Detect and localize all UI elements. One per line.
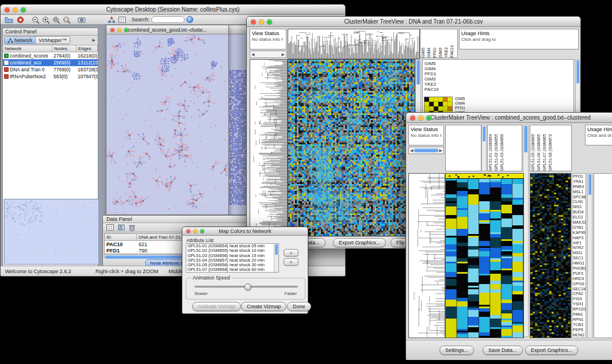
id-column-header[interactable]: ID: [105, 234, 137, 241]
table-view-button[interactable]: [117, 16, 127, 24]
vscroll-thumb[interactable]: [524, 126, 527, 152]
gene-label[interactable]: NIS1: [573, 205, 585, 209]
close-icon[interactable]: [186, 229, 190, 233]
gene-label[interactable]: KAP95: [573, 231, 585, 235]
maximize-icon[interactable]: [200, 229, 204, 233]
nav-scroll-thumb[interactable]: [414, 148, 438, 152]
row-dendrogram[interactable]: [408, 173, 445, 338]
network-view-button[interactable]: [106, 16, 117, 24]
export-graphics-button[interactable]: Export Graphics...: [333, 238, 386, 247]
gene-label[interactable]: SEC1: [573, 256, 585, 260]
column-header-edges[interactable]: Edges: [76, 45, 98, 52]
close-icon[interactable]: [410, 115, 415, 120]
gene-label[interactable]: TCB3: [573, 323, 585, 327]
gene-label[interactable]: YSH1: [573, 302, 585, 306]
gene-label[interactable]: HMG1: [573, 261, 585, 265]
network-view-canvas[interactable]: [106, 35, 228, 214]
gene-label[interactable]: RNR4: [573, 185, 585, 189]
maximize-icon[interactable]: [124, 28, 128, 32]
animation-speed-slider[interactable]: [194, 286, 298, 288]
animate-vizmap-button[interactable]: Animate Vizmap: [192, 302, 241, 311]
attribute-list-scrollbar[interactable]: [274, 244, 278, 272]
attribute-list[interactable]: GPL51-01 (GSM854) heat shock 05 minGPL51…: [186, 243, 279, 273]
minimize-icon[interactable]: [117, 28, 121, 32]
gene-label[interactable]: YKE2: [424, 82, 439, 87]
vscroll-thumb[interactable]: [576, 60, 579, 83]
dialog-titlebar[interactable]: Map Colors to Network: [182, 227, 308, 236]
tab-overflow-icon[interactable]: ▶: [93, 38, 97, 43]
minimize-icon[interactable]: [259, 19, 264, 24]
network-list-item-selected[interactable]: combined_sco 2569(6) 13112(15): [3, 59, 98, 66]
gene-label[interactable]: GIM3: [424, 76, 439, 82]
gene-label[interactable]: PEP5: [573, 328, 585, 332]
move-up-button[interactable]: ∧: [284, 249, 299, 256]
treeview-combined-titlebar[interactable]: ClusterMaker TreeView : combined_scores_…: [406, 113, 612, 123]
vscroll-thumb[interactable]: [588, 174, 591, 195]
network-list-item[interactable]: tRNAPuberNov2 563(0) 107847(0): [3, 73, 98, 80]
gene-label[interactable]: HRD3: [573, 277, 585, 281]
gene-label[interactable]: SPC98: [573, 195, 585, 199]
attribute-list-item[interactable]: GPL51-07 (GSM868) heat shock 60 min: [186, 267, 278, 272]
vscroll-thumb[interactable]: [275, 244, 278, 255]
gene-label[interactable]: FIG4: [573, 297, 585, 301]
move-down-button[interactable]: ∨: [284, 258, 299, 266]
network-list-item[interactable]: combined_scores 2764(0) 16218(0): [3, 52, 98, 59]
control-panel-header[interactable]: Control Panel: [3, 28, 98, 36]
gene-label[interactable]: SEC24: [573, 287, 585, 291]
nav-left-icon[interactable]: ◀: [251, 52, 254, 57]
network-list-item[interactable]: DNA and Tran 0 7769(0) 183728(0): [3, 66, 98, 73]
tab-vizmapper[interactable]: VizMapper™: [36, 37, 70, 44]
gene-label[interactable]: HAP3: [573, 236, 585, 240]
zoom-in-button[interactable]: [41, 16, 51, 24]
tree-nav-control[interactable]: ◀ ▶: [250, 51, 286, 58]
open-session-button[interactable]: [3, 16, 14, 24]
gene-label[interactable]: GIM5: [424, 61, 439, 66]
close-icon[interactable]: [5, 7, 10, 12]
background-network-view[interactable]: [228, 35, 248, 214]
done-button[interactable]: Done: [287, 302, 311, 311]
tab-network[interactable]: Network: [5, 37, 36, 44]
gene-label[interactable]: MSI1: [573, 251, 585, 255]
gene-label[interactable]: RPO21: [573, 307, 585, 311]
expression-heatmap-right[interactable]: [530, 173, 571, 338]
create-attribute-button[interactable]: [116, 224, 126, 231]
delete-attribute-button[interactable]: [127, 224, 137, 231]
search-go-icon[interactable]: [186, 16, 193, 23]
gene-label[interactable]: PFD1: [424, 71, 439, 76]
gene-label[interactable]: GPI16: [573, 282, 585, 286]
column-header-nodes[interactable]: Nodes: [52, 45, 76, 52]
settings-button[interactable]: Settings...: [439, 346, 474, 355]
maximize-icon[interactable]: [426, 115, 431, 120]
zoom-actual-button[interactable]: 1:1: [62, 16, 72, 24]
gene-label[interactable]: MON2: [573, 333, 585, 337]
import-network-button[interactable]: [15, 16, 25, 24]
minimize-icon[interactable]: [193, 229, 197, 233]
search-input[interactable]: [151, 16, 185, 23]
gene-label[interactable]: GIM4: [424, 66, 439, 71]
maximize-icon[interactable]: [21, 7, 26, 12]
expression-heatmap[interactable]: [288, 59, 415, 236]
create-vizmap-button[interactable]: Create Vizmap: [241, 302, 286, 311]
zoom-out-button[interactable]: [30, 16, 41, 24]
close-icon[interactable]: [251, 19, 256, 24]
expression-heatmap-left[interactable]: [445, 173, 524, 338]
gene-label[interactable]: GTB1: [573, 225, 585, 229]
gene-label[interactable]: CPA2: [573, 292, 585, 296]
gene-label[interactable]: MSL1: [573, 190, 585, 194]
gene-label[interactable]: PAC10: [424, 87, 439, 92]
gene-label[interactable]: PHO81: [573, 266, 585, 270]
gene-label[interactable]: MAK31: [573, 220, 585, 224]
gene-label[interactable]: YRA1: [573, 179, 585, 183]
zoom-fit-button[interactable]: [51, 16, 62, 24]
main-window-titlebar[interactable]: Cytoscape Desktop (Session Name: collins…: [1, 5, 345, 15]
tree-nav-control[interactable]: ◀ ▶: [408, 147, 444, 154]
slider-thumb[interactable]: [244, 283, 251, 290]
vscroll-thumb[interactable]: [483, 127, 485, 141]
gene-label[interactable]: RPN1: [573, 317, 585, 321]
snapshot-button[interactable]: [76, 16, 87, 24]
gene-label[interactable]: NTR2: [573, 246, 585, 250]
maximize-icon[interactable]: [267, 19, 272, 24]
minimize-icon[interactable]: [418, 115, 423, 120]
background-window-titlebar[interactable]: [228, 25, 248, 35]
column-dendrogram[interactable]: [288, 29, 420, 59]
